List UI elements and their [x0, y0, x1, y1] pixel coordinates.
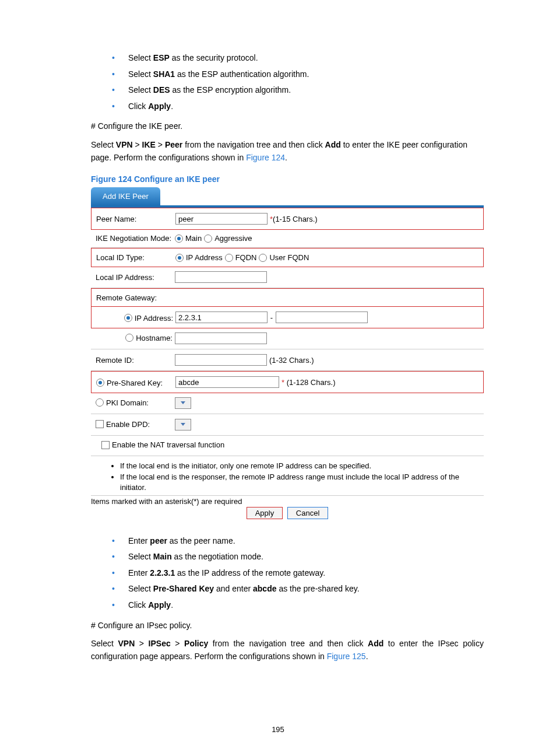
radio-icon: [124, 314, 132, 322]
remote-id-row: Remote ID: (1-32 Chars.): [91, 349, 484, 371]
remote-ip-radio[interactable]: IP Address:: [96, 313, 175, 323]
intro2-list: Enter peer as the peer name. Select Main…: [91, 536, 484, 611]
required-note: Items marked with an asterisk(*) are req…: [91, 495, 484, 506]
checkbox-label: Enable the NAT traversal function: [112, 440, 224, 449]
radio-label: Aggressive: [214, 234, 252, 243]
local-id-type-row: Local ID Type: IP Address FQDN User FQDN: [91, 248, 484, 267]
bold: VPN: [118, 639, 135, 648]
remote-ip-row: IP Address: -: [91, 306, 484, 328]
radio-label: Main: [185, 234, 202, 243]
negotiation-aggressive-radio[interactable]: Aggressive: [204, 234, 252, 243]
pre-shared-key-row: Pre-Shared Key: * (1-128 Chars.): [91, 371, 484, 393]
text: as the security protocol.: [170, 53, 258, 62]
text: Click: [128, 600, 148, 610]
checkbox-icon: [96, 420, 104, 428]
text: as the peer name.: [167, 536, 235, 545]
text: Click: [128, 102, 148, 111]
radio-icon: [225, 254, 233, 262]
localid-userfqdn-radio[interactable]: User FQDN: [259, 253, 309, 262]
localid-fqdn-radio[interactable]: FQDN: [225, 253, 257, 262]
bold: SHA1: [153, 69, 175, 79]
remote-id-input[interactable]: [175, 354, 267, 366]
range-dash: -: [268, 313, 276, 322]
list-item: Enter 2.2.3.1 as the IP address of the r…: [112, 568, 484, 579]
enable-nat-checkbox[interactable]: Enable the NAT traversal function: [96, 440, 227, 451]
negotiation-main-radio[interactable]: Main: [175, 234, 202, 243]
enable-dpd-checkbox[interactable]: Enable DPD:: [96, 420, 175, 430]
localid-ipaddress-radio[interactable]: IP Address: [175, 253, 223, 262]
dpd-select[interactable]: [175, 419, 191, 430]
remote-gateway-label: Remote Gateway:: [96, 293, 175, 302]
text: and enter: [214, 584, 253, 593]
radio-icon: [175, 254, 184, 262]
text: >: [171, 639, 184, 648]
radio-icon: [259, 254, 267, 262]
apply-button[interactable]: Apply: [247, 507, 283, 519]
text: Select: [128, 53, 153, 62]
bold: Peer: [165, 140, 182, 149]
list-item: Select ESP as the security protocol.: [112, 52, 484, 64]
note-item: If the local end is the initiator, only …: [120, 461, 484, 471]
peer-name-input[interactable]: [175, 213, 268, 225]
enable-dpd-row: Enable DPD:: [91, 414, 484, 436]
pki-domain-radio[interactable]: PKI Domain:: [96, 398, 175, 409]
pre-shared-key-radio[interactable]: Pre-Shared Key:: [96, 377, 175, 387]
ipsec-instructions: Select VPN > IPSec > Policy from the nav…: [91, 638, 484, 663]
checkbox-label: Enable DPD:: [106, 420, 150, 429]
pki-domain-select[interactable]: [175, 397, 191, 409]
text: >: [135, 639, 148, 648]
bold: ESP: [153, 53, 170, 62]
bold: Pre-Shared Key: [153, 584, 214, 593]
radio-label: IP Address: [186, 253, 223, 262]
local-ip-address-row: Local IP Address:: [91, 267, 484, 288]
bold: Main: [153, 552, 172, 561]
text: >: [156, 140, 165, 149]
remote-ip-input-start[interactable]: [175, 312, 268, 323]
text: Enter: [128, 568, 150, 578]
radio-icon: [96, 379, 104, 387]
intro1-list: Select ESP as the security protocol. Sel…: [91, 52, 484, 112]
text: from the navigation tree and then click: [208, 639, 368, 648]
figure-link[interactable]: Figure 125: [327, 652, 366, 661]
figure-link[interactable]: Figure 124: [246, 153, 285, 162]
hostname-input[interactable]: [175, 332, 267, 344]
cancel-button[interactable]: Cancel: [287, 507, 328, 519]
text: Select: [91, 639, 118, 648]
text: .: [366, 652, 368, 661]
text: as the IP address of the remote gateway.: [175, 568, 325, 578]
bold: IKE: [142, 140, 156, 149]
bold: 2.2.3.1: [150, 568, 175, 578]
text: Select: [128, 584, 153, 593]
text: .: [285, 153, 287, 162]
peer-name-label: Peer Name:: [96, 215, 175, 223]
configure-ike-peer-heading: # Configure the IKE peer.: [91, 120, 484, 133]
add-ike-peer-tab[interactable]: Add IKE Peer: [91, 187, 160, 205]
bold: VPN: [116, 140, 133, 149]
bold: Policy: [184, 639, 208, 648]
psk-hint: * (1-128 Chars.): [281, 378, 335, 387]
bold: DES: [153, 85, 170, 94]
list-item: Select Pre-Shared Key and enter abcde as…: [112, 583, 484, 595]
page-number: 195: [0, 725, 556, 734]
local-ip-address-input[interactable]: [175, 271, 267, 283]
button-bar: Apply Cancel: [91, 507, 484, 519]
pre-shared-key-input[interactable]: [175, 376, 279, 388]
radio-label: FQDN: [235, 253, 257, 262]
pki-domain-row: PKI Domain:: [91, 393, 484, 414]
ike-instructions: Select VPN > IKE > Peer from the navigat…: [91, 139, 484, 164]
remote-id-hint: (1-32 Chars.): [269, 356, 314, 365]
local-id-type-label: Local ID Type:: [96, 253, 175, 262]
hostname-row: Hostname:: [91, 328, 484, 349]
remote-gateway-header-row: Remote Gateway:: [91, 288, 484, 307]
remote-ip-input-end[interactable]: [276, 312, 368, 323]
bold: peer: [150, 536, 167, 545]
text: Enter: [128, 536, 150, 545]
configure-ipsec-heading: # Configure an IPsec policy.: [91, 620, 484, 632]
bold: Apply: [148, 102, 171, 111]
hostname-radio[interactable]: Hostname:: [96, 334, 175, 344]
note-item: If the local end is the responser, the r…: [120, 472, 484, 492]
form-notes: If the local end is the initiator, only …: [91, 461, 484, 493]
text: Select: [128, 85, 153, 94]
radio-icon: [96, 398, 104, 407]
bold: abcde: [253, 584, 276, 593]
